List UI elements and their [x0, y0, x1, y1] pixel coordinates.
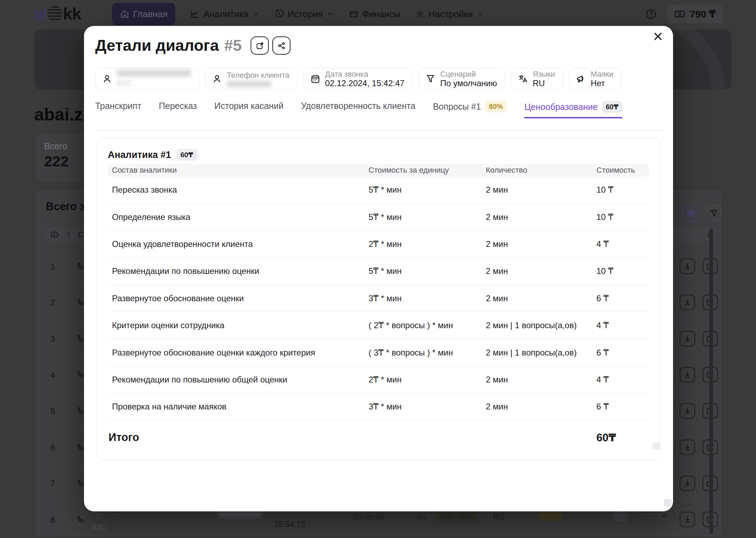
download-button[interactable] — [680, 367, 695, 382]
sort-icon — [64, 230, 73, 239]
sort-icon[interactable] — [64, 230, 73, 239]
tab-satisfaction[interactable]: Удовлетворенность клиента — [301, 101, 415, 117]
wallet-icon — [349, 9, 359, 19]
download-icon — [683, 371, 692, 379]
external-icon — [255, 41, 264, 50]
nav-item-finance[interactable]: Финансы — [349, 9, 400, 20]
pricing-total-row: Итого 60₸ — [108, 421, 649, 444]
stat-value: 222 — [44, 153, 69, 170]
logo-text-ai: ai — [34, 4, 47, 23]
banknote-icon — [674, 8, 685, 20]
table-view-button[interactable] — [683, 206, 699, 221]
bg-row-id: 7 — [50, 479, 55, 489]
download-icon — [683, 443, 692, 451]
col-id[interactable]: ID — [50, 230, 59, 240]
gear-icon — [415, 9, 425, 19]
nav-item-history[interactable]: История — [274, 9, 334, 20]
download-button[interactable] — [680, 440, 695, 455]
close-icon — [653, 31, 663, 42]
phone-icon — [76, 515, 85, 524]
tab-questions[interactable]: Вопросы #180% — [433, 101, 507, 118]
user-icon — [212, 74, 222, 84]
bg-row-id: 3 — [50, 334, 55, 344]
bg-row-id: 4 — [50, 370, 55, 380]
bg-row-id: 2 — [50, 298, 55, 308]
info-chips: B2CТелефон клиентаДата звонка02.12.2024,… — [95, 68, 621, 90]
chip-call-date: Дата звонка02.12.2024, 15:42:47 — [303, 68, 413, 90]
row8-segment: B2C — [92, 523, 106, 531]
row8-percent: 90% — [436, 510, 457, 522]
question-icon — [645, 8, 657, 20]
banknote-icon — [674, 8, 685, 20]
download-button[interactable] — [680, 331, 695, 346]
pricing-row: Развернутое обоснование оценки3₸ * мин2 … — [108, 285, 649, 312]
logo-globe-icon — [48, 6, 62, 22]
card-scroll-thumb[interactable] — [653, 442, 660, 450]
tab-pricing[interactable]: Ценообразование60₸ — [524, 101, 622, 118]
phone-icon — [76, 515, 85, 524]
open-external-button[interactable] — [251, 36, 269, 55]
help-icon[interactable] — [645, 8, 657, 20]
row8-time: 15:54:15 — [274, 520, 306, 529]
stat-label: Всего — [44, 141, 67, 151]
pricing-col-header: Стоимость — [596, 166, 649, 175]
close-icon[interactable] — [652, 30, 664, 43]
nav-menu: ГлавнаяАналитикаИсторияФинансыНастройки — [112, 0, 484, 28]
filter-button[interactable] — [706, 206, 722, 221]
download-button[interactable] — [680, 258, 695, 274]
pricing-table-header: Состав аналитикиСтоимость за единицуКоли… — [108, 164, 649, 177]
megaphone-icon — [576, 74, 586, 84]
chip-client-phone: Телефон клиента — [205, 68, 298, 90]
col-fragment-left: C — [78, 230, 84, 240]
row8-check-icon — [660, 511, 668, 519]
tab-badge: 80% — [485, 101, 507, 112]
tab-transcript[interactable]: Транскрипт — [95, 101, 141, 117]
analytics-price-badge: 60₸ — [176, 149, 197, 161]
download-button[interactable] — [680, 476, 695, 491]
chip-client: B2C — [95, 68, 199, 90]
dialog-details-modal: Детали диалога #5 B2CТелефон клиентаДата… — [84, 26, 673, 511]
funnel-icon — [425, 74, 436, 84]
download-button[interactable] — [680, 512, 695, 527]
row8-script: #1 — [418, 512, 427, 522]
modal-scroll-thumb[interactable] — [664, 499, 672, 506]
table-scrollbar[interactable] — [709, 229, 713, 534]
download-button[interactable] — [680, 295, 695, 310]
check-icon — [660, 511, 668, 519]
chip-scenario: СценарийПо умолчанию — [419, 68, 505, 90]
download-icon — [683, 262, 692, 270]
tab-badge: 60₸ — [602, 101, 622, 113]
pricing-col-header: Количество — [486, 166, 596, 175]
total-value: 60₸ — [596, 431, 649, 444]
bg-row-id: 8 — [50, 515, 55, 525]
redacted-phone — [227, 81, 272, 87]
pricing-col-header: Состав аналитики — [108, 166, 369, 175]
nav-item-home[interactable]: Главная — [112, 3, 175, 25]
download-icon — [683, 334, 692, 343]
chevron-down-icon — [327, 10, 334, 18]
tab-touch-history[interactable]: История касаний — [215, 101, 284, 117]
bg-row-id: 5 — [50, 406, 55, 416]
download-icon — [683, 479, 692, 488]
nav-item-analytics[interactable]: Аналитика — [190, 9, 260, 20]
balance-amount: 790 ₸ — [690, 8, 716, 20]
share-button[interactable] — [272, 36, 290, 55]
bg-row-id: 6 — [50, 443, 55, 453]
pricing-row: Критерии оценки сотрудника( 2₸ * вопросы… — [108, 312, 649, 339]
row8-duration: 00:00:59 — [353, 512, 384, 522]
funnel-icon — [709, 209, 719, 218]
balance-pill[interactable]: 790 ₸ — [667, 5, 723, 23]
analytics-card: Аналитика #1 60₸ Состав аналитикиСтоимос… — [97, 138, 660, 461]
modal-dialog-number: #5 — [224, 36, 241, 55]
logo-text-kk: kk — [63, 4, 81, 23]
redacted-segment: B2C — [117, 79, 191, 88]
tab-summary[interactable]: Пересказ — [159, 101, 197, 117]
chevron-down-icon — [476, 10, 484, 18]
nav-item-settings[interactable]: Настройки — [415, 9, 484, 20]
history-icon — [274, 9, 284, 19]
row8-phone-redacted — [218, 511, 262, 518]
download-button[interactable] — [680, 403, 695, 419]
navbar: ai kk ГлавнаяАналитикаИсторияФинансыНаст… — [0, 0, 756, 28]
pricing-row: Рекомендации по повышению общей оценки2₸… — [108, 366, 649, 393]
total-label: Итого — [108, 431, 369, 444]
